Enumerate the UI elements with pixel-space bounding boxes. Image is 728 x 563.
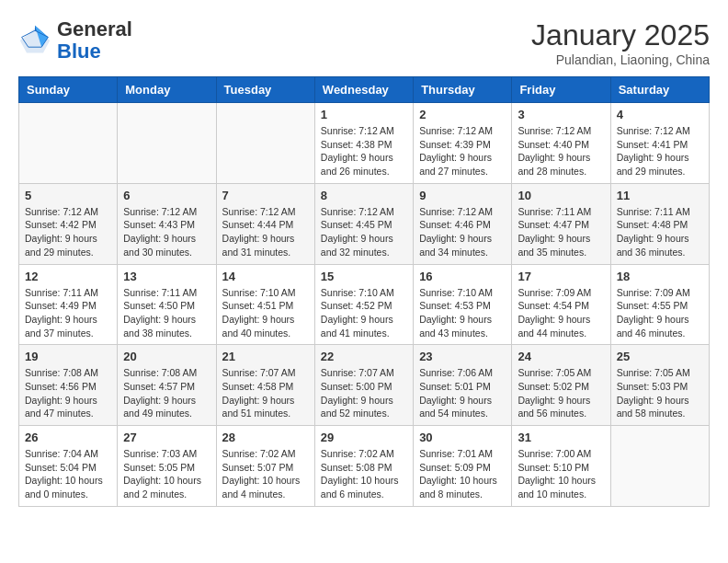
day-of-week-header: Monday [118,77,216,103]
day-number: 4 [617,108,703,121]
calendar-week-row: 19Sunrise: 7:08 AM Sunset: 4:56 PM Dayli… [19,345,710,426]
calendar-week-row: 12Sunrise: 7:11 AM Sunset: 4:49 PM Dayli… [19,264,710,345]
day-number: 19 [25,350,111,363]
calendar-day-cell: 8Sunrise: 7:12 AM Sunset: 4:45 PM Daylig… [314,183,413,264]
day-info: Sunrise: 7:11 AM Sunset: 4:49 PM Dayligh… [25,286,111,340]
calendar-day-cell: 23Sunrise: 7:06 AM Sunset: 5:01 PM Dayli… [414,345,512,426]
day-info: Sunrise: 7:10 AM Sunset: 4:51 PM Dayligh… [222,286,309,340]
day-info: Sunrise: 7:08 AM Sunset: 4:57 PM Dayligh… [123,366,210,420]
day-number: 9 [419,189,506,202]
day-info: Sunrise: 7:11 AM Sunset: 4:50 PM Dayligh… [123,286,210,340]
calendar-day-cell: 30Sunrise: 7:01 AM Sunset: 5:09 PM Dayli… [414,426,512,507]
day-info: Sunrise: 7:12 AM Sunset: 4:45 PM Dayligh… [321,205,407,259]
day-info: Sunrise: 7:12 AM Sunset: 4:44 PM Dayligh… [222,205,309,259]
calendar-day-cell: 16Sunrise: 7:10 AM Sunset: 4:53 PM Dayli… [414,264,512,345]
day-info: Sunrise: 7:12 AM Sunset: 4:41 PM Dayligh… [617,124,703,178]
day-info: Sunrise: 7:08 AM Sunset: 4:56 PM Dayligh… [25,366,111,420]
day-info: Sunrise: 7:07 AM Sunset: 5:00 PM Dayligh… [321,366,407,420]
calendar-week-row: 26Sunrise: 7:04 AM Sunset: 5:04 PM Dayli… [19,426,710,507]
day-number: 23 [419,350,506,363]
day-number: 27 [123,431,210,444]
day-info: Sunrise: 7:11 AM Sunset: 4:47 PM Dayligh… [518,205,604,259]
calendar-day-cell: 15Sunrise: 7:10 AM Sunset: 4:52 PM Dayli… [314,264,413,345]
day-info: Sunrise: 7:01 AM Sunset: 5:09 PM Dayligh… [419,447,506,501]
day-info: Sunrise: 7:00 AM Sunset: 5:10 PM Dayligh… [518,447,604,501]
logo-general: General [57,17,132,40]
calendar-day-cell: 26Sunrise: 7:04 AM Sunset: 5:04 PM Dayli… [19,426,118,507]
day-number: 31 [518,431,604,444]
day-number: 20 [123,350,210,363]
calendar-day-cell: 17Sunrise: 7:09 AM Sunset: 4:54 PM Dayli… [512,264,610,345]
day-info: Sunrise: 7:12 AM Sunset: 4:43 PM Dayligh… [123,205,210,259]
day-number: 6 [123,189,210,202]
day-of-week-header: Sunday [19,77,118,103]
day-number: 10 [518,189,604,202]
day-number: 12 [25,270,111,283]
calendar-day-cell: 7Sunrise: 7:12 AM Sunset: 4:44 PM Daylig… [216,183,314,264]
day-number: 25 [617,350,703,363]
day-info: Sunrise: 7:03 AM Sunset: 5:05 PM Dayligh… [123,447,210,501]
day-of-week-header: Saturday [610,77,709,103]
calendar-day-cell: 10Sunrise: 7:11 AM Sunset: 4:47 PM Dayli… [512,183,610,264]
location-subtitle: Pulandian, Liaoning, China [531,52,710,67]
calendar-day-cell: 2Sunrise: 7:12 AM Sunset: 4:39 PM Daylig… [414,103,512,184]
day-info: Sunrise: 7:12 AM Sunset: 4:38 PM Dayligh… [321,124,407,178]
month-title: January 2025 [531,18,710,52]
calendar-day-cell [216,103,314,184]
day-number: 7 [222,189,309,202]
calendar-table: SundayMondayTuesdayWednesdayThursdayFrid… [18,76,710,507]
day-info: Sunrise: 7:05 AM Sunset: 5:03 PM Dayligh… [617,366,703,420]
day-info: Sunrise: 7:12 AM Sunset: 4:46 PM Dayligh… [419,205,506,259]
day-info: Sunrise: 7:12 AM Sunset: 4:42 PM Dayligh… [25,205,111,259]
day-number: 11 [617,189,703,202]
calendar-day-cell: 12Sunrise: 7:11 AM Sunset: 4:49 PM Dayli… [19,264,118,345]
day-of-week-header: Thursday [414,77,512,103]
calendar-day-cell: 27Sunrise: 7:03 AM Sunset: 5:05 PM Dayli… [118,426,216,507]
day-of-week-header: Wednesday [314,77,413,103]
page-header: General Blue January 2025 Pulandian, Lia… [18,18,710,67]
calendar-day-cell: 11Sunrise: 7:11 AM Sunset: 4:48 PM Dayli… [610,183,709,264]
day-number: 13 [123,270,210,283]
calendar-day-cell: 24Sunrise: 7:05 AM Sunset: 5:02 PM Dayli… [512,345,610,426]
day-info: Sunrise: 7:07 AM Sunset: 4:58 PM Dayligh… [222,366,309,420]
calendar-day-cell: 20Sunrise: 7:08 AM Sunset: 4:57 PM Dayli… [118,345,216,426]
day-info: Sunrise: 7:11 AM Sunset: 4:48 PM Dayligh… [617,205,703,259]
day-info: Sunrise: 7:02 AM Sunset: 5:07 PM Dayligh… [222,447,309,501]
day-info: Sunrise: 7:05 AM Sunset: 5:02 PM Dayligh… [518,366,604,420]
day-info: Sunrise: 7:09 AM Sunset: 4:54 PM Dayligh… [518,286,604,340]
title-block: January 2025 Pulandian, Liaoning, China [531,18,710,67]
calendar-day-cell [19,103,118,184]
calendar-day-cell: 22Sunrise: 7:07 AM Sunset: 5:00 PM Dayli… [314,345,413,426]
calendar-day-cell [610,426,709,507]
calendar-day-cell: 31Sunrise: 7:00 AM Sunset: 5:10 PM Dayli… [512,426,610,507]
day-info: Sunrise: 7:04 AM Sunset: 5:04 PM Dayligh… [25,447,111,501]
day-number: 29 [321,431,407,444]
calendar-day-cell: 5Sunrise: 7:12 AM Sunset: 4:42 PM Daylig… [19,183,118,264]
day-number: 5 [25,189,111,202]
calendar-week-row: 5Sunrise: 7:12 AM Sunset: 4:42 PM Daylig… [19,183,710,264]
day-number: 2 [419,108,506,121]
day-number: 15 [321,270,407,283]
day-info: Sunrise: 7:12 AM Sunset: 4:40 PM Dayligh… [518,124,604,178]
day-info: Sunrise: 7:10 AM Sunset: 4:52 PM Dayligh… [321,286,407,340]
calendar-day-cell: 21Sunrise: 7:07 AM Sunset: 4:58 PM Dayli… [216,345,314,426]
calendar-week-row: 1Sunrise: 7:12 AM Sunset: 4:38 PM Daylig… [19,103,710,184]
calendar-day-cell: 28Sunrise: 7:02 AM Sunset: 5:07 PM Dayli… [216,426,314,507]
day-number: 14 [222,270,309,283]
day-info: Sunrise: 7:06 AM Sunset: 5:01 PM Dayligh… [419,366,506,420]
logo-text: General Blue [57,18,132,63]
day-number: 21 [222,350,309,363]
day-number: 1 [321,108,407,121]
day-number: 16 [419,270,506,283]
day-number: 17 [518,270,604,283]
logo-blue: Blue [57,40,101,63]
calendar-day-cell: 25Sunrise: 7:05 AM Sunset: 5:03 PM Dayli… [610,345,709,426]
day-number: 3 [518,108,604,121]
calendar-header-row: SundayMondayTuesdayWednesdayThursdayFrid… [19,77,710,103]
day-number: 18 [617,270,703,283]
day-number: 24 [518,350,604,363]
day-info: Sunrise: 7:10 AM Sunset: 4:53 PM Dayligh… [419,286,506,340]
calendar-day-cell: 29Sunrise: 7:02 AM Sunset: 5:08 PM Dayli… [314,426,413,507]
calendar-day-cell: 19Sunrise: 7:08 AM Sunset: 4:56 PM Dayli… [19,345,118,426]
calendar-day-cell: 1Sunrise: 7:12 AM Sunset: 4:38 PM Daylig… [314,103,413,184]
